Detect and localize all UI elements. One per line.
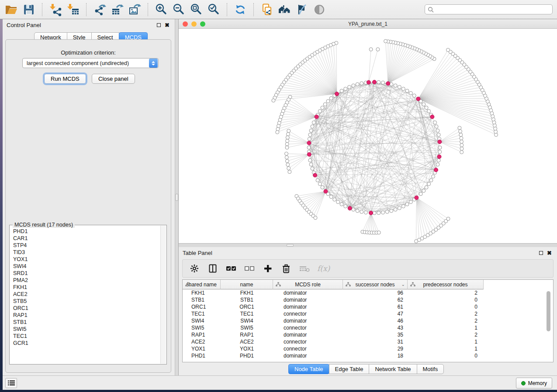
graph-node[interactable] [286, 132, 290, 136]
result-node-item[interactable]: YOX1 [13, 256, 160, 263]
graph-node[interactable] [460, 144, 464, 147]
graph-node[interactable] [398, 206, 401, 210]
graph-node[interactable] [437, 133, 440, 137]
refresh-button[interactable] [232, 2, 248, 17]
unselect-all-button[interactable] [244, 263, 255, 274]
table-row[interactable]: FKH1FKH1dominator962 [183, 289, 553, 296]
graph-node[interactable] [360, 210, 363, 213]
graph-node[interactable] [360, 82, 363, 85]
graph-node[interactable] [394, 208, 397, 211]
result-node-item[interactable]: SWI5 [13, 326, 160, 333]
graph-node[interactable] [425, 106, 428, 110]
graph-node[interactable] [286, 139, 289, 143]
open-file-button[interactable] [3, 2, 19, 17]
graph-node[interactable] [460, 147, 464, 151]
result-node-item[interactable]: GCR1 [13, 340, 160, 347]
mcds-node[interactable] [313, 173, 317, 177]
graph-node[interactable] [285, 156, 288, 159]
close-panel-button[interactable]: Close panel [92, 74, 135, 84]
optimization-criterion-select[interactable]: largest connected component (undirected) [22, 58, 159, 68]
mcds-node[interactable] [335, 92, 339, 96]
graph-node[interactable] [344, 87, 347, 91]
graph-node[interactable] [288, 170, 291, 174]
column-header-MCDS-role[interactable]: MCDS role [273, 280, 343, 289]
delete-column-button[interactable] [280, 263, 292, 274]
mcds-node[interactable] [324, 189, 328, 193]
splitter-grip[interactable] [287, 244, 294, 247]
result-node-item[interactable]: STP4 [13, 242, 160, 249]
vertical-splitter[interactable] [175, 19, 179, 375]
graph-node[interactable] [340, 203, 343, 206]
task-history-button[interactable] [5, 378, 17, 388]
graph-node[interactable] [309, 163, 313, 166]
graph-node[interactable] [272, 99, 275, 102]
table-settings-button[interactable] [189, 263, 200, 274]
graph-node[interactable] [422, 189, 426, 193]
graph-node[interactable] [377, 231, 381, 234]
mcds-node[interactable] [315, 115, 318, 119]
import-network-button[interactable] [48, 2, 63, 17]
column-header-successor-nodes[interactable]: successor nodes⌄ [343, 280, 408, 289]
graph-node[interactable] [405, 89, 409, 93]
graph-node[interactable] [326, 100, 330, 103]
graph-node[interactable] [377, 211, 381, 215]
graph-node[interactable] [401, 87, 405, 91]
graph-node[interactable] [384, 39, 387, 43]
scrollbar-thumb[interactable] [547, 291, 550, 331]
graph-node[interactable] [329, 96, 333, 100]
graph-node[interactable] [285, 142, 289, 146]
table-scrollbar[interactable] [546, 290, 551, 361]
graph-node[interactable] [352, 208, 355, 211]
graph-node[interactable] [340, 89, 343, 93]
graph-node[interactable] [432, 175, 435, 178]
graph-node[interactable] [356, 83, 359, 86]
horizontal-splitter[interactable] [179, 243, 557, 247]
share-document-button[interactable] [259, 2, 275, 17]
table-row[interactable]: PHD1PHD1dominator180 [183, 352, 553, 359]
network-overview-button[interactable] [277, 2, 292, 17]
graph-node[interactable] [286, 163, 290, 166]
graph-node[interactable] [427, 182, 431, 186]
mcds-node[interactable] [434, 168, 438, 172]
column-layout-button[interactable] [207, 263, 218, 274]
graph-node[interactable] [419, 192, 422, 196]
splitter-grip[interactable] [175, 194, 178, 201]
export-image-button[interactable] [127, 2, 142, 17]
result-node-item[interactable]: SRD1 [13, 270, 160, 277]
graph-node[interactable] [438, 146, 442, 149]
graph-node[interactable] [376, 48, 380, 51]
graph-node[interactable] [427, 110, 431, 113]
column-header-name[interactable]: name [221, 280, 273, 289]
zoom-selected-button[interactable] [206, 2, 221, 17]
mcds-node[interactable] [307, 141, 311, 145]
result-node-item[interactable]: TEC1 [13, 333, 160, 340]
mcds-node[interactable] [415, 196, 419, 199]
graph-node[interactable] [287, 167, 291, 170]
graph-node[interactable] [276, 131, 279, 134]
graph-node[interactable] [344, 205, 347, 208]
graph-node[interactable] [460, 137, 463, 140]
mcds-node[interactable] [416, 97, 420, 101]
graph-node[interactable] [425, 186, 428, 189]
result-node-item[interactable]: CAR1 [13, 235, 160, 242]
graph-node[interactable] [422, 103, 426, 106]
result-node-item[interactable]: RAP1 [13, 312, 160, 319]
graph-node[interactable] [412, 94, 416, 97]
column-header-predecessor-nodes[interactable]: predecessor nodes [408, 280, 484, 289]
column-header-shared-name[interactable]: shared name [183, 280, 221, 289]
result-node-item[interactable]: PHD1 [13, 228, 160, 235]
export-table-button[interactable] [109, 2, 125, 17]
graph-node[interactable] [390, 209, 393, 213]
graph-node[interactable] [312, 121, 315, 124]
result-node-item[interactable]: STB5 [13, 298, 160, 305]
graph-node[interactable] [316, 179, 319, 182]
table-row[interactable]: SWI4SWI4dominator462 [183, 317, 553, 324]
graph-node[interactable] [352, 84, 355, 87]
graph-node[interactable] [459, 133, 463, 137]
mcds-result-list[interactable]: PHD1CAR1STP4TID3YOX1SWI4SRD1PMA2FKH1ACE2… [10, 226, 160, 364]
graph-node[interactable] [394, 84, 397, 87]
show-details-button[interactable] [311, 2, 327, 17]
graph-node[interactable] [429, 179, 433, 182]
graph-node[interactable] [318, 110, 322, 113]
zoom-fit-button[interactable] [188, 2, 204, 17]
